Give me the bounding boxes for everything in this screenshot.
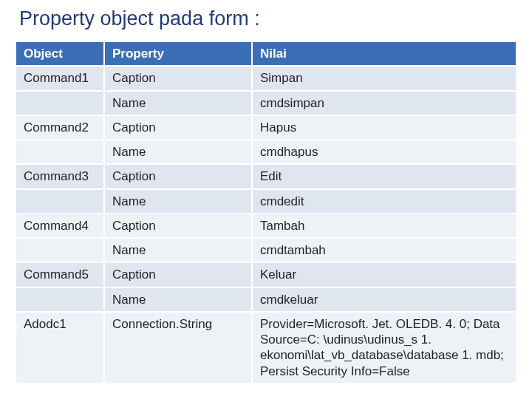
property-table: Object Property Nilai Command1 Caption S… (15, 41, 517, 384)
cell-property: Caption (104, 66, 252, 90)
cell-property: Connection.String (104, 312, 252, 383)
cell-property: Caption (104, 214, 252, 238)
cell-object: Command5 (16, 262, 104, 287)
header-property: Property (104, 41, 252, 66)
cell-property: Name (104, 238, 252, 262)
cell-nilai: cmdedit (252, 189, 516, 214)
table-row: Command5 Caption Keluar (16, 262, 516, 287)
cell-object: Command1 (16, 66, 104, 90)
cell-property: Name (104, 140, 252, 164)
cell-nilai: cmdtambah (252, 238, 516, 262)
cell-nilai: cmdhapus (252, 140, 516, 164)
cell-nilai: Hapus (252, 115, 516, 140)
cell-object: Adodc1 (16, 312, 104, 383)
cell-nilai: Tambah (252, 214, 516, 238)
cell-object: Command4 (16, 214, 104, 238)
cell-object (16, 287, 104, 312)
table-header-row: Object Property Nilai (16, 41, 516, 66)
table-row: Name cmdhapus (16, 140, 516, 164)
table-row: Command3 Caption Edit (16, 164, 516, 188)
cell-property: Name (104, 189, 252, 214)
slide: Property object pada form : Object Prope… (0, 0, 532, 399)
page-title: Property object pada form : (19, 7, 517, 30)
cell-nilai: Edit (252, 164, 516, 188)
table-row: Name cmdkeluar (16, 287, 516, 312)
table-row: Name cmdsimpan (16, 91, 516, 115)
cell-object (16, 189, 104, 214)
cell-object (16, 140, 104, 164)
table-row: Name cmdedit (16, 189, 516, 214)
cell-nilai: cmdsimpan (252, 91, 516, 115)
cell-nilai: Keluar (252, 262, 516, 287)
cell-property: Caption (104, 164, 252, 188)
cell-nilai: Provider=Microsoft. Jet. OLEDB. 4. 0; Da… (252, 312, 516, 383)
table-row: Command2 Caption Hapus (16, 115, 516, 140)
table-row: Adodc1 Connection.String Provider=Micros… (16, 312, 516, 383)
table-row: Command1 Caption Simpan (16, 66, 516, 90)
cell-object (16, 91, 104, 115)
header-object: Object (16, 41, 104, 66)
cell-nilai: cmdkeluar (252, 287, 516, 312)
cell-property: Caption (104, 262, 252, 287)
cell-property: Name (104, 91, 252, 115)
cell-object: Command3 (16, 164, 104, 188)
cell-object (16, 238, 104, 262)
table-row: Name cmdtambah (16, 238, 516, 262)
cell-property: Caption (104, 115, 252, 140)
table-row: Command4 Caption Tambah (16, 214, 516, 238)
cell-nilai: Simpan (252, 66, 516, 90)
header-nilai: Nilai (252, 41, 516, 66)
cell-property: Name (104, 287, 252, 312)
cell-object: Command2 (16, 115, 104, 140)
